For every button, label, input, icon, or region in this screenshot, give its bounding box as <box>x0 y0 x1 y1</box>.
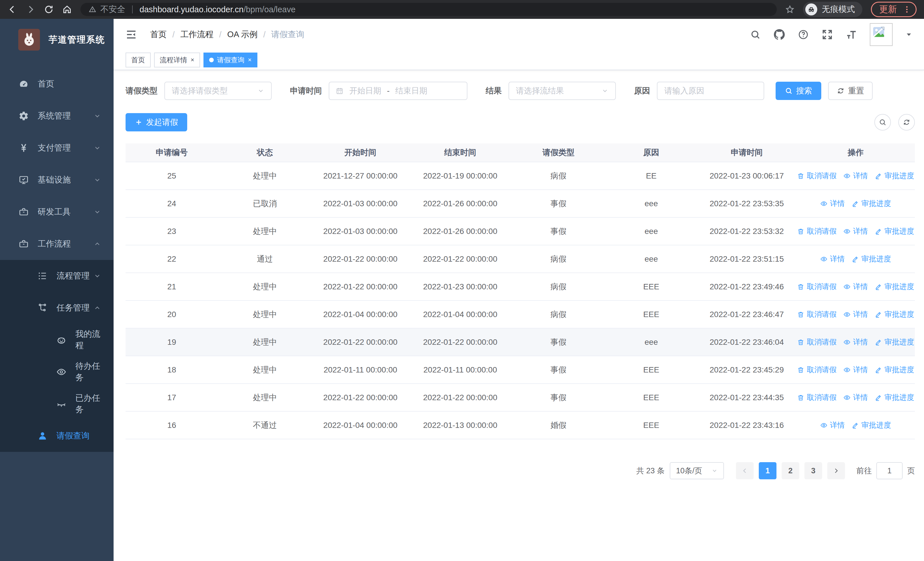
home-icon[interactable] <box>62 5 72 14</box>
approval-progress-link[interactable]: 审批进度 <box>874 226 914 236</box>
approval-progress-link[interactable]: 审批进度 <box>874 282 914 292</box>
show-search-button[interactable] <box>874 114 891 131</box>
prev-page-button[interactable] <box>736 462 754 479</box>
create-leave-button[interactable]: 发起请假 <box>126 113 187 131</box>
apply-time-range-picker[interactable]: 开始日期 - 结束日期 <box>329 82 467 100</box>
cancel-leave-link[interactable]: 取消请假 <box>797 226 836 236</box>
eye-icon <box>843 283 850 290</box>
approval-progress-link[interactable]: 审批进度 <box>874 171 914 181</box>
font-size-icon[interactable] <box>846 29 856 40</box>
trash-icon <box>797 394 804 401</box>
detail-link[interactable]: 详情 <box>843 282 868 292</box>
cell-status: 处理中 <box>218 392 312 403</box>
cell-applied: 2022-01-23 00:06:17 <box>697 171 797 180</box>
detail-link[interactable]: 详情 <box>843 171 868 181</box>
close-icon[interactable]: × <box>248 56 252 64</box>
detail-link[interactable]: 详情 <box>843 365 868 375</box>
result-placeholder: 请选择流结果 <box>516 86 564 96</box>
result-select[interactable]: 请选择流结果 <box>508 82 616 100</box>
sidebar-item-系统管理[interactable]: 系统管理 <box>0 100 114 132</box>
approval-progress-link[interactable]: 审批进度 <box>852 199 891 209</box>
cancel-leave-link[interactable]: 取消请假 <box>797 309 836 319</box>
detail-link[interactable]: 详情 <box>843 226 868 236</box>
help-icon[interactable] <box>798 29 809 40</box>
page-button-2[interactable]: 2 <box>782 462 799 479</box>
back-icon[interactable] <box>8 5 17 14</box>
cancel-leave-link[interactable]: 取消请假 <box>797 365 836 375</box>
chevron-up-icon <box>94 240 101 248</box>
search-button[interactable]: 搜索 <box>776 82 821 100</box>
cancel-leave-link[interactable]: 取消请假 <box>797 171 836 181</box>
tab-流程详情[interactable]: 流程详情× <box>154 53 200 68</box>
approval-progress-link[interactable]: 审批进度 <box>852 420 891 430</box>
bookmark-star-icon[interactable] <box>785 5 795 14</box>
cancel-leave-link[interactable]: 取消请假 <box>797 282 836 292</box>
page-button-1[interactable]: 1 <box>759 462 777 479</box>
sidebar-item-已办任务[interactable]: 已办任务 <box>0 388 114 420</box>
cell-id: 17 <box>126 393 218 402</box>
trash-icon <box>797 172 804 180</box>
action-label: 审批进度 <box>884 309 914 319</box>
reset-button[interactable]: 重置 <box>828 82 873 100</box>
fullscreen-icon[interactable] <box>822 29 832 40</box>
forward-icon[interactable] <box>26 5 35 14</box>
detail-link[interactable]: 详情 <box>843 309 868 319</box>
cancel-leave-link[interactable]: 取消请假 <box>797 337 836 347</box>
approval-progress-link[interactable]: 审批进度 <box>874 393 914 403</box>
cell-status: 处理中 <box>218 364 312 375</box>
close-icon[interactable]: × <box>190 56 194 64</box>
approval-progress-link[interactable]: 审批进度 <box>874 309 914 319</box>
sidebar-item-支付管理[interactable]: 支付管理 <box>0 132 114 164</box>
sidebar-item-首页[interactable]: 首页 <box>0 68 114 100</box>
sidebar-item-我的流程[interactable]: 我的流程 <box>0 324 114 356</box>
sidebar-item-任务管理[interactable]: 任务管理 <box>0 292 114 324</box>
cancel-leave-link[interactable]: 取消请假 <box>797 393 836 403</box>
search-icon[interactable] <box>750 29 761 40</box>
browser-update-button[interactable]: 更新 <box>871 2 916 17</box>
breadcrumb-item-OA示例[interactable]: OA 示例 <box>227 29 257 40</box>
cell-type: 病假 <box>512 281 606 292</box>
tab-请假查询[interactable]: 请假查询× <box>204 53 257 68</box>
detail-link[interactable]: 详情 <box>820 199 844 209</box>
eye-icon <box>843 338 850 346</box>
page-size-select[interactable]: 10条/页 <box>670 462 724 479</box>
cell-actions: 取消请假详情审批进度 <box>796 309 915 319</box>
breadcrumb-item-首页[interactable]: 首页 <box>150 29 166 40</box>
cell-start: 2022-01-03 00:00:00 <box>312 227 409 236</box>
sidebar-item-流程管理[interactable]: 流程管理 <box>0 260 114 292</box>
tab-首页[interactable]: 首页 <box>126 53 151 68</box>
kebab-menu-icon[interactable] <box>903 5 911 14</box>
tags-view-bar: 首页流程详情×请假查询× <box>114 50 924 70</box>
sidebar-item-工作流程[interactable]: 工作流程 <box>0 228 114 260</box>
page-button-3[interactable]: 3 <box>804 462 822 479</box>
detail-link[interactable]: 详情 <box>820 420 844 430</box>
pen-icon <box>874 366 882 374</box>
approval-progress-link[interactable]: 审批进度 <box>874 337 914 347</box>
detail-link[interactable]: 详情 <box>843 337 868 347</box>
menu-fold-icon[interactable] <box>126 29 137 40</box>
sidebar-item-待办任务[interactable]: 待办任务 <box>0 356 114 388</box>
eye-open-icon <box>56 367 68 377</box>
detail-link[interactable]: 详情 <box>820 254 844 264</box>
range-separator: - <box>387 86 390 95</box>
leave-type-select[interactable]: 请选择请假类型 <box>164 82 272 100</box>
goto-page-input[interactable] <box>876 462 903 479</box>
approval-progress-link[interactable]: 审批进度 <box>852 254 891 264</box>
sidebar-item-研发工具[interactable]: 研发工具 <box>0 196 114 228</box>
app-logo[interactable]: 芋道管理系统 <box>0 19 114 60</box>
chevron-down-icon[interactable] <box>906 32 912 38</box>
breadcrumb-item-工作流程[interactable]: 工作流程 <box>180 29 213 40</box>
github-icon[interactable] <box>774 29 785 40</box>
detail-link[interactable]: 详情 <box>843 393 868 403</box>
sidebar-item-请假查询[interactable]: 请假查询 <box>0 420 114 452</box>
plus-icon <box>135 118 142 126</box>
refresh-table-button[interactable] <box>898 114 915 131</box>
avatar[interactable] <box>870 23 892 46</box>
reload-icon[interactable] <box>44 5 54 14</box>
address-bar[interactable]: 不安全 dashboard.yudao.iocoder.cn/bpm/oa/le… <box>81 3 777 16</box>
next-page-button[interactable] <box>827 462 845 479</box>
table-row: 17处理中2022-01-22 00:00:002022-01-22 00:00… <box>126 384 915 412</box>
sidebar-item-基础设施[interactable]: 基础设施 <box>0 164 114 196</box>
reason-input[interactable] <box>657 82 764 100</box>
approval-progress-link[interactable]: 审批进度 <box>874 365 914 375</box>
